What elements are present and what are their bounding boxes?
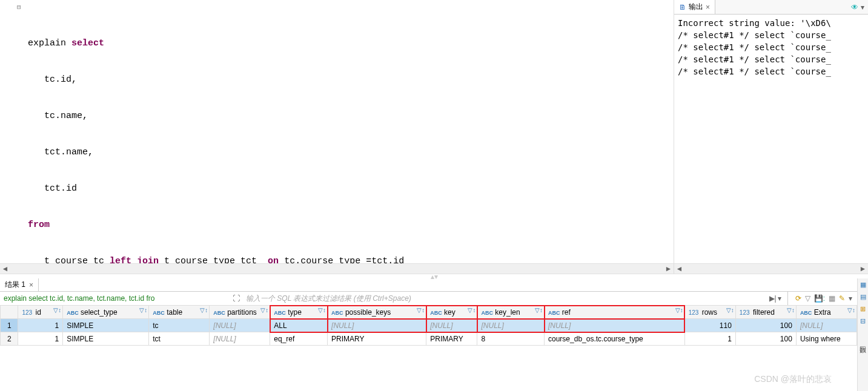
nav-last-icon[interactable]: ▶| [769, 294, 777, 303]
output-tab-bar: 🗎 输出 × 👁 ▾ [674, 0, 868, 15]
col-type[interactable]: ABC type▽↕ [270, 306, 328, 319]
results-header-row: 123 id▽↕ ABC select_type▽↕ ABC table▽↕ A… [1, 306, 857, 319]
scroll-left-icon[interactable]: ◄ [674, 264, 684, 274]
visibility-icon[interactable]: 👁 [851, 3, 858, 12]
results-filter-bar: explain select tc.id, tc.name, tct.name,… [0, 292, 857, 305]
expand-icon[interactable]: ⛶ [230, 294, 242, 303]
results-tab-bar: 结果 1 × [0, 278, 857, 292]
sql-editor[interactable]: ⊟ explain select tc.id, tc.name, tct.nam… [0, 0, 674, 263]
col-key-len[interactable]: ABC key_len▽↕ [477, 306, 545, 319]
more-dropdown-icon[interactable]: ▾ [849, 294, 852, 303]
table-row[interactable]: 1 1 SIMPLE tc [NULL] ALL [NULL] [NULL] [… [1, 319, 857, 332]
results-side-toolbar: ▦ ▤ ⊞ ⊟ 回数 [857, 278, 868, 391]
results-area: 结果 1 × explain select tc.id, tc.name, tc… [0, 278, 868, 391]
scroll-right-icon[interactable]: ► [663, 264, 674, 274]
output-tab-label: 输出 [689, 2, 703, 12]
results-grid[interactable]: 123 id▽↕ ABC select_type▽↕ ABC table▽↕ A… [0, 305, 857, 391]
top-area: ⊟ explain select tc.id, tc.name, tct.nam… [0, 0, 868, 274]
sql-editor-panel: ⊟ explain select tc.id, tc.name, tct.nam… [0, 0, 674, 274]
col-extra[interactable]: ABC Extra▽↕ [796, 306, 856, 319]
col-rows[interactable]: 123 rows▽↕ [684, 306, 735, 319]
nav-dropdown-icon[interactable]: ▾ [778, 294, 781, 303]
panel-text-icon[interactable]: ▤ [859, 293, 867, 301]
col-key[interactable]: ABC key▽↕ [426, 306, 477, 319]
col-id[interactable]: 123 id▽↕ [18, 306, 63, 319]
scroll-right-icon[interactable]: ► [858, 264, 868, 274]
close-icon[interactable]: × [29, 281, 33, 289]
results-filter-input[interactable]: 输入一个 SQL 表达式来过滤结果 (使用 Ctrl+Space) [242, 294, 766, 304]
query-preview: explain select tc.id, tc.name, tct.name,… [0, 294, 230, 303]
col-ref[interactable]: ABC ref▽↕ [545, 306, 685, 319]
panel-record-icon[interactable]: ⊞ [859, 305, 867, 314]
horizontal-split-handle[interactable]: ▴▾ [0, 274, 868, 278]
grid-icon[interactable]: ▦ [829, 294, 835, 303]
filter-funnel-icon[interactable]: ▽ [805, 294, 810, 303]
editor-horizontal-scrollbar[interactable]: ◄ ► [0, 263, 674, 274]
col-table[interactable]: ABC table▽↕ [149, 306, 210, 319]
rownum-header[interactable] [1, 306, 18, 319]
results-tab[interactable]: 结果 1 × [0, 278, 39, 291]
output-panel: 🗎 输出 × 👁 ▾ Incorrect string value: '\xD6… [674, 0, 868, 274]
output-horizontal-scrollbar[interactable]: ◄ ► [674, 263, 868, 274]
dropdown-icon[interactable]: ▾ [861, 3, 864, 12]
tools-icon[interactable]: ✎ [839, 294, 845, 303]
output-tab[interactable]: 🗎 输出 × [674, 0, 715, 14]
save-icon[interactable]: 💾: [814, 294, 825, 303]
col-possible-keys[interactable]: ABC possible_keys▽↕ [328, 306, 426, 319]
panel-panels-icon[interactable]: ⊟ [859, 317, 867, 326]
col-partitions[interactable]: ABC partitions▽↕ [210, 306, 270, 319]
output-file-icon: 🗎 [679, 3, 686, 12]
col-filtered[interactable]: 123 filtered▽↕ [735, 306, 796, 319]
output-content[interactable]: Incorrect string value: '\xD6\ /* select… [674, 15, 868, 263]
panel-view-icon[interactable]: ▦ [859, 281, 867, 289]
refresh-icon[interactable]: ⟳ [795, 294, 801, 303]
fold-toggle-icon[interactable]: ⊟ [17, 1, 21, 13]
results-tab-label: 结果 1 [5, 280, 25, 290]
close-icon[interactable]: × [706, 3, 710, 12]
col-select-type[interactable]: ABC select_type▽↕ [63, 306, 149, 319]
scroll-left-icon[interactable]: ◄ [0, 264, 10, 274]
table-row[interactable]: 2 1 SIMPLE tct [NULL] eq_ref PRIMARY PRI… [1, 332, 857, 346]
